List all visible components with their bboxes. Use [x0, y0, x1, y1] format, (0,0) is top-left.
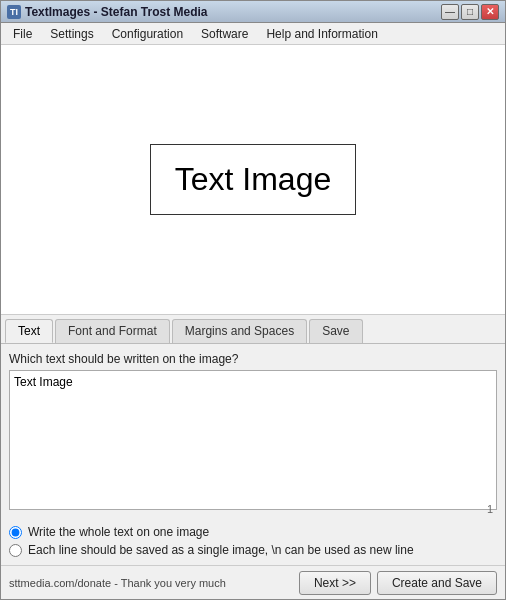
- title-bar: TI TextImages - Stefan Trost Media — □ ✕: [1, 1, 505, 23]
- text-input-area: 1: [9, 370, 497, 517]
- maximize-button[interactable]: □: [461, 4, 479, 20]
- menu-help[interactable]: Help and Information: [258, 25, 385, 43]
- preview-text: Text Image: [175, 161, 332, 197]
- radio-whole-label: Write the whole text on one image: [28, 525, 209, 539]
- title-bar-left: TI TextImages - Stefan Trost Media: [7, 5, 208, 19]
- next-button[interactable]: Next >>: [299, 571, 371, 595]
- radio-whole-text[interactable]: Write the whole text on one image: [9, 525, 497, 539]
- preview-area: Text Image: [1, 45, 505, 315]
- bottom-bar: sttmedia.com/donate - Thank you very muc…: [1, 565, 505, 599]
- tab-content-area: Which text should be written on the imag…: [1, 344, 505, 565]
- radio-group: Write the whole text on one image Each l…: [9, 525, 497, 557]
- tab-save[interactable]: Save: [309, 319, 362, 343]
- radio-each-line[interactable]: Each line should be saved as a single im…: [9, 543, 497, 557]
- text-textarea[interactable]: [9, 370, 497, 510]
- menu-settings[interactable]: Settings: [42, 25, 101, 43]
- menu-bar: File Settings Configuration Software Hel…: [1, 23, 505, 45]
- menu-file[interactable]: File: [5, 25, 40, 43]
- radio-whole-input[interactable]: [9, 526, 22, 539]
- tabs-area: Text Font and Format Margins and Spaces …: [1, 315, 505, 344]
- tab-strip: Text Font and Format Margins and Spaces …: [1, 315, 505, 343]
- window-controls: — □ ✕: [441, 4, 499, 20]
- radio-lines-input[interactable]: [9, 544, 22, 557]
- minimize-button[interactable]: —: [441, 4, 459, 20]
- char-count: 1: [487, 503, 493, 515]
- menu-software[interactable]: Software: [193, 25, 256, 43]
- tab-margins[interactable]: Margins and Spaces: [172, 319, 307, 343]
- question-label: Which text should be written on the imag…: [9, 352, 497, 366]
- donate-link: sttmedia.com/donate - Thank you very muc…: [9, 577, 226, 589]
- bottom-buttons: Next >> Create and Save: [299, 571, 497, 595]
- app-icon: TI: [7, 5, 21, 19]
- radio-lines-label: Each line should be saved as a single im…: [28, 543, 414, 557]
- menu-configuration[interactable]: Configuration: [104, 25, 191, 43]
- create-save-button[interactable]: Create and Save: [377, 571, 497, 595]
- tab-text[interactable]: Text: [5, 319, 53, 343]
- main-window: TI TextImages - Stefan Trost Media — □ ✕…: [0, 0, 506, 600]
- close-button[interactable]: ✕: [481, 4, 499, 20]
- preview-text-box: Text Image: [150, 144, 357, 215]
- tab-font-format[interactable]: Font and Format: [55, 319, 170, 343]
- window-title: TextImages - Stefan Trost Media: [25, 5, 208, 19]
